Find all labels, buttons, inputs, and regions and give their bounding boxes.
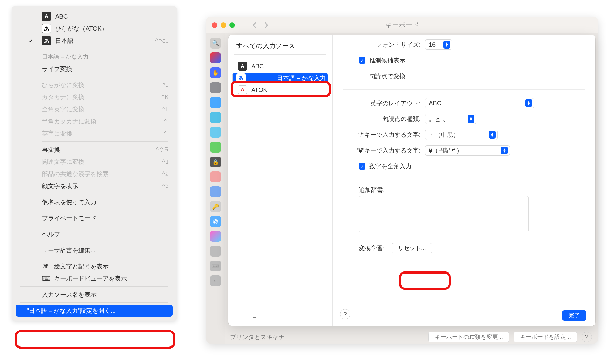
menu-private-mode[interactable]: プライベートモード bbox=[12, 212, 177, 224]
reset-button[interactable]: リセット... bbox=[392, 243, 432, 253]
source-row-atok[interactable]: A ATOK bbox=[232, 83, 328, 96]
suggest-label: 推測候補表示 bbox=[369, 56, 405, 65]
keyboard-icon: ⌨ bbox=[42, 275, 50, 282]
settings-sidebar: 🔍 ✋ 🔒 🔑 @ ⌨ 🖨 bbox=[206, 33, 225, 344]
add-remove-source-buttons[interactable]: ＋ − bbox=[228, 309, 332, 326]
menu-kaomoji[interactable]: 顔文字を表示^3 bbox=[12, 180, 177, 192]
menu-emoji[interactable]: ⌘絵文字と記号を表示 bbox=[12, 260, 177, 272]
internet-accounts-icon[interactable]: @ bbox=[210, 216, 221, 227]
source-row-japanese-kana[interactable]: あ 日本語 – かな入力 bbox=[232, 73, 328, 83]
layout-label: 英字のレイアウト: bbox=[343, 99, 425, 107]
nav-forward-button[interactable] bbox=[262, 22, 268, 28]
layout-select[interactable]: ABC▲▼ bbox=[425, 98, 534, 108]
change-keyboard-type-button[interactable]: キーボードの種類を変更... bbox=[428, 332, 509, 342]
close-window-button[interactable] bbox=[212, 22, 217, 28]
checkmark-icon: ✓ bbox=[29, 37, 34, 45]
sheet-source-list: すべての入力ソース A ABC あ 日本語 – かな入力 A ATOK ＋ − bbox=[228, 35, 333, 326]
setup-keyboard-button[interactable]: キーボードを設定... bbox=[514, 332, 577, 342]
menu-source-japanese[interactable]: ✓ あ 日本語 ^⌥J bbox=[12, 35, 177, 47]
printers-icon[interactable]: 🖨 bbox=[210, 275, 221, 286]
siri-icon[interactable] bbox=[210, 52, 221, 63]
users-icon[interactable] bbox=[210, 186, 221, 197]
window-title: キーボード bbox=[385, 21, 419, 30]
punct-type-select[interactable]: 。と 、▲▼ bbox=[425, 114, 476, 124]
punct-convert-checkbox[interactable] bbox=[359, 73, 365, 79]
mouse-icon[interactable] bbox=[210, 246, 221, 257]
privacy-icon[interactable]: 🔒 bbox=[210, 157, 221, 167]
extra-dict-listbox[interactable] bbox=[359, 196, 529, 232]
punct-convert-label: 句読点で変換 bbox=[369, 72, 405, 80]
source-row-abc[interactable]: A ABC bbox=[232, 59, 328, 73]
done-button[interactable]: 完了 bbox=[562, 310, 586, 321]
menu-user-dict[interactable]: ユーザ辞書を編集... bbox=[12, 244, 177, 256]
accessibility-icon[interactable]: ✋ bbox=[210, 67, 221, 78]
control-center-icon[interactable] bbox=[210, 82, 221, 93]
menu-show-src-names[interactable]: 入力ソース名を表示 bbox=[12, 288, 177, 301]
gamecenter-icon[interactable] bbox=[210, 231, 221, 242]
display-icon[interactable] bbox=[210, 97, 221, 108]
footer-help-button[interactable]: ? bbox=[582, 332, 592, 342]
fullwidth-num-checkbox[interactable]: ✓ bbox=[359, 163, 365, 170]
character-viewer-icon: ⌘ bbox=[42, 263, 50, 270]
menu-convert-katakana: カタカナに変換^K bbox=[12, 91, 177, 103]
menu-kbd-viewer[interactable]: ⌨キーボードビューアを表示 bbox=[12, 272, 177, 285]
titlebar: キーボード bbox=[206, 17, 598, 33]
search-icon[interactable]: 🔍 bbox=[210, 38, 221, 49]
passwords-icon[interactable]: 🔑 bbox=[210, 201, 221, 212]
menu-convert-fullwidth: 全角英字に変換^L bbox=[12, 103, 177, 115]
yen-select[interactable]: ¥（円記号）▲▼ bbox=[425, 145, 510, 156]
touchid-icon[interactable] bbox=[210, 171, 221, 182]
keyboard-icon[interactable] bbox=[210, 142, 221, 153]
menu-convert-halfkata: 半角カタカナに変換^; bbox=[12, 115, 177, 127]
menu-kanji-search: 部品の共通な漢字を検索^2 bbox=[12, 168, 177, 180]
screensaver-icon[interactable] bbox=[210, 127, 221, 138]
input-sources-sheet: すべての入力ソース A ABC あ 日本語 – かな入力 A ATOK ＋ − … bbox=[228, 35, 595, 326]
suggest-checkbox[interactable]: ✓ bbox=[359, 57, 365, 64]
select-arrow-icon: ▲▼ bbox=[443, 41, 450, 49]
menu-source-abc[interactable]: A ABC bbox=[12, 10, 177, 22]
learn-label: 変換学習: bbox=[343, 244, 392, 252]
font-size-select[interactable]: 16 ▲▼ bbox=[425, 39, 452, 50]
sheet-header: すべての入力ソース bbox=[228, 42, 332, 54]
nav-back-button[interactable] bbox=[253, 22, 259, 28]
menu-section-kana: 日本語 – かな入力 bbox=[12, 51, 177, 63]
menu-source-atok[interactable]: あ ひらがな（ATOK） bbox=[12, 22, 177, 35]
menu-help[interactable]: ヘルプ bbox=[12, 228, 177, 240]
menu-convert-hiragana: ひらがなに変換^J bbox=[12, 79, 177, 91]
menu-open-kana-settings[interactable]: "日本語 – かな入力"設定を開く... bbox=[16, 305, 173, 317]
font-size-label: フォントサイズ: bbox=[343, 41, 425, 49]
yen-label: "¥"キーで入力する文字: bbox=[343, 147, 425, 155]
wallpaper-icon[interactable] bbox=[210, 112, 221, 123]
fullwidth-num-label: 数字を全角入力 bbox=[369, 162, 412, 170]
zoom-window-button[interactable] bbox=[229, 22, 235, 28]
highlight-annotation bbox=[15, 330, 175, 349]
menu-related: 関連文字に変換^1 bbox=[12, 156, 177, 168]
menu-kana-table[interactable]: 仮名表を使って入力 bbox=[12, 196, 177, 208]
punct-type-label: 句読点の種類: bbox=[343, 115, 425, 123]
extra-dict-label: 追加辞書: bbox=[359, 186, 585, 194]
menu-convert-romaji: 英字に変換^; bbox=[12, 127, 177, 140]
menu-live-convert[interactable]: ライブ変換 bbox=[12, 63, 177, 75]
sidebar-printers-label[interactable]: プリンタとスキャナ bbox=[230, 333, 285, 341]
slash-label: "/"キーで入力する文字: bbox=[343, 131, 425, 139]
keyboard-footer: プリンタとスキャナ キーボードの種類を変更... キーボードを設定... ? bbox=[206, 331, 598, 343]
menu-reconvert[interactable]: 再変換^⇧R bbox=[12, 143, 177, 156]
trackpad-icon[interactable]: ⌨ bbox=[210, 261, 221, 271]
minimize-window-button[interactable] bbox=[221, 22, 226, 28]
help-button[interactable]: ? bbox=[340, 309, 350, 319]
input-method-menu: A ABC あ ひらがな（ATOK） ✓ あ 日本語 ^⌥J 日本語 – かな入… bbox=[12, 6, 177, 321]
sheet-settings-pane: フォントサイズ: 16 ▲▼ ✓ 推測候補表示 句読点で変換 英字のレイアウト:… bbox=[333, 35, 595, 326]
slash-select[interactable]: ・（中黒）▲▼ bbox=[425, 130, 498, 140]
